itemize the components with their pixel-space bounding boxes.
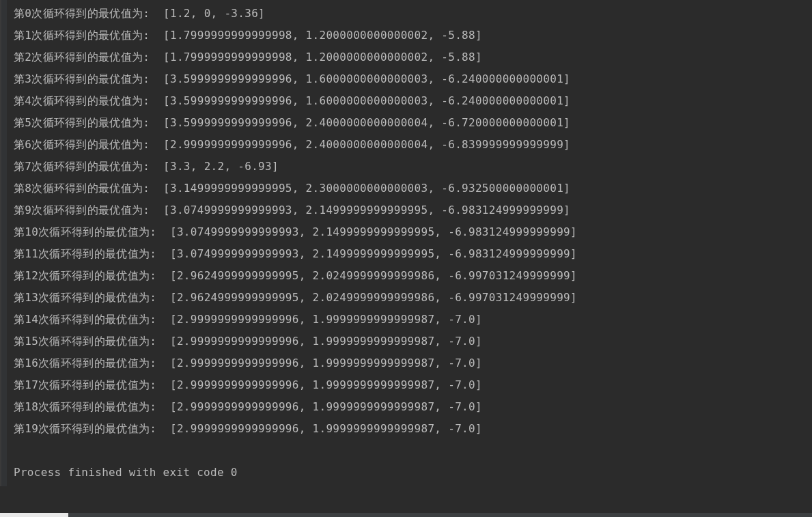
- output-line: 第3次循环得到的最优值为: [3.5999999999999996, 1.600…: [14, 68, 808, 90]
- output-line: 第8次循环得到的最优值为: [3.1499999999999995, 2.300…: [14, 178, 808, 199]
- output-line: 第18次循环得到的最优值为: [2.9999999999999996, 1.99…: [14, 396, 808, 418]
- output-line: 第9次循环得到的最优值为: [3.0749999999999993, 2.149…: [14, 199, 808, 221]
- output-line: 第12次循环得到的最优值为: [2.9624999999999995, 2.02…: [14, 265, 808, 287]
- output-line: 第0次循环得到的最优值为: [1.2, 0, -3.36]: [14, 3, 808, 25]
- output-line: 第5次循环得到的最优值为: [3.5999999999999996, 2.400…: [14, 112, 808, 134]
- output-line: 第15次循环得到的最优值为: [2.9999999999999996, 1.99…: [14, 331, 808, 352]
- footer-bar: [0, 513, 812, 517]
- output-line: 第1次循环得到的最优值为: [1.7999999999999998, 1.200…: [14, 25, 808, 46]
- output-line: 第11次循环得到的最优值为: [3.0749999999999993, 2.14…: [14, 243, 808, 265]
- output-line: 第7次循环得到的最优值为: [3.3, 2.2, -6.93]: [14, 156, 808, 178]
- output-line: 第13次循环得到的最优值为: [2.9624999999999995, 2.02…: [14, 287, 808, 309]
- output-line: 第17次循环得到的最优值为: [2.9999999999999996, 1.99…: [14, 374, 808, 396]
- output-line: 第4次循环得到的最优值为: [3.5999999999999996, 1.600…: [14, 90, 808, 112]
- output-line: 第16次循环得到的最优值为: [2.9999999999999996, 1.99…: [14, 352, 808, 374]
- output-line: 第10次循环得到的最优值为: [3.0749999999999993, 2.14…: [14, 221, 808, 243]
- output-line: 第19次循环得到的最优值为: [2.9999999999999996, 1.99…: [14, 418, 808, 440]
- blank-line: [14, 440, 808, 462]
- exit-message: Process finished with exit code 0: [14, 462, 808, 484]
- output-line: 第6次循环得到的最优值为: [2.9999999999999996, 2.400…: [14, 134, 808, 156]
- output-line: 第14次循环得到的最优值为: [2.9999999999999996, 1.99…: [14, 309, 808, 331]
- output-line: 第2次循环得到的最优值为: [1.7999999999999998, 1.200…: [14, 46, 808, 68]
- console-output-panel[interactable]: 第0次循环得到的最优值为: [1.2, 0, -3.36] 第1次循环得到的最优…: [0, 0, 812, 486]
- footer-bar-segment: [0, 513, 68, 517]
